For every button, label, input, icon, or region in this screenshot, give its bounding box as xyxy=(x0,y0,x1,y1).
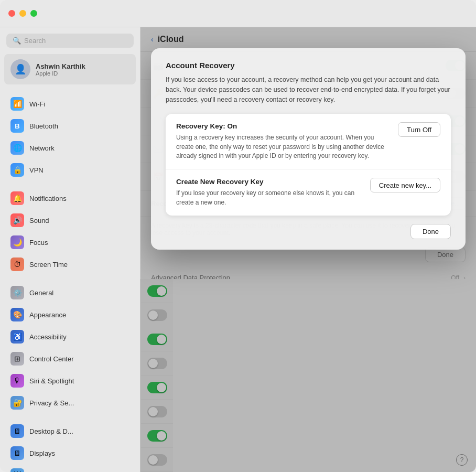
search-placeholder: Search xyxy=(24,37,46,45)
sidebar-label-displays: Displays xyxy=(29,449,55,457)
create-new-recovery-section: Create New Recovery Key If you lose your… xyxy=(166,169,451,216)
user-profile[interactable]: 👤 Ashwin Karthik Apple ID xyxy=(4,54,136,84)
main-panel: ‹ iCloud 📷 Photos 🔑 Password & Keychain xyxy=(140,27,476,472)
desktop-icon: 🖥 xyxy=(10,424,24,438)
sidebar-item-vpn[interactable]: 🔒 VPN xyxy=(4,159,136,180)
user-info: Ashwin Karthik Apple ID xyxy=(36,62,85,77)
sidebar-label-screentime: Screen Time xyxy=(29,261,68,269)
sidebar-item-desktop[interactable]: 🖥 Desktop & D... xyxy=(4,421,136,442)
vpn-icon: 🔒 xyxy=(10,163,24,177)
modal-card: Recovery Key: On Using a recovery key in… xyxy=(166,114,451,216)
overlay-backdrop: Account Recovery If you lose access to y… xyxy=(140,27,476,472)
modal-done-button[interactable]: Done xyxy=(410,224,451,239)
recovery-key-on-row: Recovery Key: On Using a recovery key in… xyxy=(176,122,440,160)
minimize-button[interactable] xyxy=(19,10,26,17)
sidebar-label-privacy: Privacy & Se... xyxy=(29,399,74,407)
create-new-key-button[interactable]: Create new key... xyxy=(370,178,440,192)
sidebar-label-wifi: Wi-Fi xyxy=(29,100,45,108)
controlcenter-icon: ⊞ xyxy=(10,352,24,366)
wifi-icon: 📶 xyxy=(10,97,24,111)
recovery-key-on-title: Recovery Key: On xyxy=(176,122,390,130)
wallpaper-icon: 🖼 xyxy=(10,468,24,472)
sidebar-item-controlcenter[interactable]: ⊞ Control Center xyxy=(4,348,136,369)
content-area: 🔍 Search 👤 Ashwin Karthik Apple ID 📶 Wi-… xyxy=(0,27,476,472)
title-bar xyxy=(0,0,476,27)
sidebar-item-accessibility[interactable]: ♿ Accessibility xyxy=(4,326,136,347)
sidebar-item-general[interactable]: ⚙️ General xyxy=(4,282,136,303)
sidebar-item-siri[interactable]: 🎙 Siri & Spotlight xyxy=(4,370,136,391)
sidebar-label-notifications: Notifications xyxy=(29,195,67,202)
sidebar-label-siri: Siri & Spotlight xyxy=(29,377,74,385)
general-icon: ⚙️ xyxy=(10,286,24,299)
sidebar-item-notifications[interactable]: 🔔 Notifications xyxy=(4,188,136,209)
user-name: Ashwin Karthik xyxy=(36,62,85,70)
modal-description: If you lose access to your account, a re… xyxy=(166,75,451,104)
privacy-icon: 🔐 xyxy=(10,396,24,410)
main-window: 🔍 Search 👤 Ashwin Karthik Apple ID 📶 Wi-… xyxy=(0,0,476,472)
sidebar: 🔍 Search 👤 Ashwin Karthik Apple ID 📶 Wi-… xyxy=(0,27,140,472)
avatar: 👤 xyxy=(10,59,30,79)
sidebar-label-focus: Focus xyxy=(29,239,48,246)
search-icon: 🔍 xyxy=(13,37,21,45)
sidebar-item-appearance[interactable]: 🎨 Appearance xyxy=(4,304,136,325)
sidebar-item-focus[interactable]: 🌙 Focus xyxy=(4,232,136,253)
close-button[interactable] xyxy=(8,10,15,17)
maximize-button[interactable] xyxy=(30,10,37,17)
sidebar-item-privacy[interactable]: 🔐 Privacy & Se... xyxy=(4,392,136,413)
sidebar-item-wallpaper[interactable]: 🖼 Wallpaper xyxy=(4,465,136,472)
network-icon: 🌐 xyxy=(10,141,24,155)
sound-icon: 🔊 xyxy=(10,213,24,227)
traffic-lights xyxy=(8,10,37,17)
sidebar-label-vpn: VPN xyxy=(29,166,44,174)
sidebar-item-sound[interactable]: 🔊 Sound xyxy=(4,210,136,231)
sidebar-item-network[interactable]: 🌐 Network xyxy=(4,137,136,158)
account-recovery-modal: Account Recovery If you lose access to y… xyxy=(151,48,466,250)
notifications-icon: 🔔 xyxy=(10,191,24,205)
create-new-title: Create New Recovery Key xyxy=(176,178,362,186)
bluetooth-icon: B xyxy=(10,119,24,133)
recovery-key-on-desc: Using a recovery key increases the secur… xyxy=(176,133,390,160)
sidebar-label-controlcenter: Control Center xyxy=(29,355,74,363)
screentime-icon: ⏱ xyxy=(10,258,24,271)
sidebar-item-screentime[interactable]: ⏱ Screen Time xyxy=(4,254,136,275)
create-new-content: Create New Recovery Key If you lose your… xyxy=(176,178,362,207)
sidebar-item-displays[interactable]: 🖥 Displays xyxy=(4,443,136,464)
create-new-desc: If you lose your recovery key or someone… xyxy=(176,189,362,207)
create-new-recovery-row: Create New Recovery Key If you lose your… xyxy=(176,178,440,207)
accessibility-icon: ♿ xyxy=(10,330,24,344)
sidebar-label-general: General xyxy=(29,289,53,297)
sidebar-label-sound: Sound xyxy=(29,217,49,224)
modal-title: Account Recovery xyxy=(166,61,451,70)
sidebar-label-bluetooth: Bluetooth xyxy=(29,122,58,130)
turn-off-button[interactable]: Turn Off xyxy=(398,122,440,137)
focus-icon: 🌙 xyxy=(10,235,24,249)
search-box[interactable]: 🔍 Search xyxy=(6,34,134,48)
sidebar-label-accessibility: Accessibility xyxy=(29,333,67,341)
user-subtitle: Apple ID xyxy=(36,70,85,77)
sidebar-item-bluetooth[interactable]: B Bluetooth xyxy=(4,115,136,136)
modal-done-row: Done xyxy=(166,224,451,239)
recovery-key-on-section: Recovery Key: On Using a recovery key in… xyxy=(166,114,451,169)
sidebar-item-wifi[interactable]: 📶 Wi-Fi xyxy=(4,93,136,114)
recovery-key-on-content: Recovery Key: On Using a recovery key in… xyxy=(176,122,390,160)
sidebar-label-desktop: Desktop & D... xyxy=(29,427,73,435)
sidebar-label-appearance: Appearance xyxy=(29,311,66,319)
siri-icon: 🎙 xyxy=(10,374,24,388)
sidebar-label-network: Network xyxy=(29,144,55,152)
appearance-icon: 🎨 xyxy=(10,308,24,321)
displays-icon: 🖥 xyxy=(10,446,24,460)
modal-container: Account Recovery If you lose access to y… xyxy=(151,48,466,250)
